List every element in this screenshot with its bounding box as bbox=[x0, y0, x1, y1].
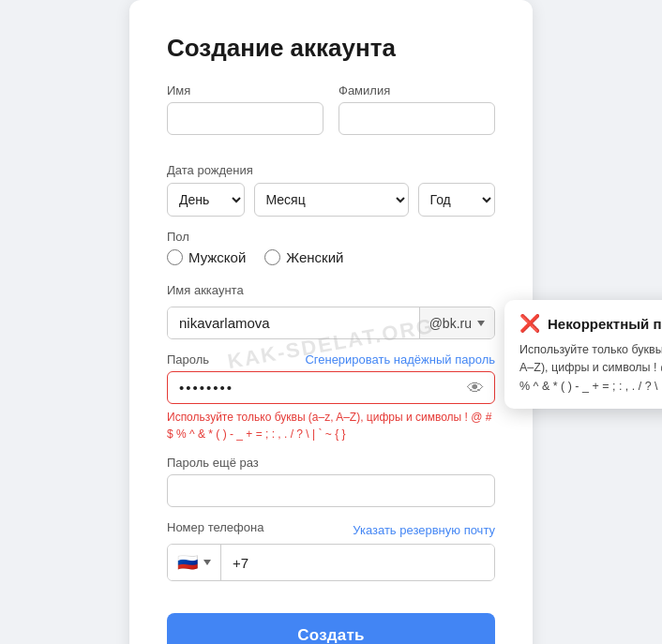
dob-day-group: День bbox=[167, 183, 245, 217]
password-error-tooltip: ❌ Некорректный пароль Используйте только… bbox=[504, 300, 662, 409]
show-password-icon[interactable]: 👁 bbox=[467, 378, 484, 397]
phone-label: Номер телефона bbox=[167, 520, 263, 534]
create-button[interactable]: Создать bbox=[167, 613, 495, 644]
password-group: Пароль Сгенерировать надёжный пароль 👁 И… bbox=[167, 352, 495, 442]
gender-female-label: Женский bbox=[286, 249, 343, 265]
page-title: Создание аккаунта bbox=[167, 34, 495, 63]
last-name-group: Фамилия bbox=[339, 83, 495, 135]
gender-male-radio[interactable] bbox=[167, 249, 183, 265]
username-input[interactable] bbox=[168, 307, 419, 338]
tooltip-body-text: Используйте только буквы (a–z, A–Z), циф… bbox=[519, 341, 662, 396]
dob-month-group: Месяц bbox=[254, 183, 409, 217]
gender-female-radio[interactable] bbox=[264, 249, 280, 265]
first-name-group: Имя bbox=[167, 83, 323, 135]
name-row: Имя Фамилия bbox=[167, 83, 495, 148]
password-row-header: Пароль Сгенерировать надёжный пароль bbox=[167, 352, 495, 367]
gender-radio-group: Мужской Женский bbox=[167, 249, 495, 270]
tooltip-title-text: Некорректный пароль bbox=[548, 316, 662, 332]
backup-email-link[interactable]: Указать резервную почту bbox=[353, 523, 495, 537]
flag-icon: 🇷🇺 bbox=[177, 552, 198, 573]
username-row: @bk.ru bbox=[167, 307, 495, 339]
tooltip-title-row: ❌ Некорректный пароль bbox=[519, 313, 662, 334]
password-error-text: Используйте только буквы (a–z, A–Z), циф… bbox=[167, 409, 495, 442]
password-field-wrapper: 👁 bbox=[167, 371, 495, 404]
first-name-label: Имя bbox=[167, 83, 323, 97]
password-repeat-label: Пароль ещё раз bbox=[167, 456, 495, 470]
last-name-input[interactable] bbox=[339, 102, 495, 135]
dob-year-select[interactable]: Год bbox=[418, 183, 496, 217]
password-label: Пароль bbox=[167, 352, 209, 367]
dob-row: День Месяц Год bbox=[167, 183, 495, 217]
username-group: Имя аккаунта @bk.ru bbox=[167, 283, 495, 339]
gender-male-option[interactable]: Мужской bbox=[167, 249, 246, 265]
error-circle-icon: ❌ bbox=[519, 313, 540, 334]
gender-male-label: Мужской bbox=[188, 249, 246, 265]
dob-month-select[interactable]: Месяц bbox=[254, 183, 409, 217]
dob-year-group: Год bbox=[418, 183, 496, 217]
dob-label-row: Дата рождения bbox=[167, 161, 495, 178]
password-input[interactable] bbox=[167, 371, 495, 404]
gender-label: Пол bbox=[167, 230, 495, 244]
username-domain-text: @bk.ru bbox=[429, 316, 472, 331]
username-domain-selector[interactable]: @bk.ru bbox=[419, 307, 494, 338]
password-repeat-input[interactable] bbox=[167, 474, 495, 507]
phone-input[interactable] bbox=[221, 545, 494, 580]
dob-label: Дата рождения bbox=[167, 163, 253, 177]
phone-row: 🇷🇺 bbox=[167, 544, 495, 581]
signup-card: KAK-SDELAT.ORG Создание аккаунта Имя Фам… bbox=[129, 0, 533, 644]
generate-password-link[interactable]: Сгенерировать надёжный пароль bbox=[305, 352, 495, 367]
password-repeat-group: Пароль ещё раз bbox=[167, 456, 495, 507]
first-name-input[interactable] bbox=[167, 102, 323, 135]
chevron-down-icon bbox=[477, 321, 485, 326]
last-name-label: Фамилия bbox=[339, 83, 495, 97]
phone-section-header: Номер телефона Указать резервную почту bbox=[167, 520, 495, 539]
gender-row: Пол Мужской Женский bbox=[167, 230, 495, 270]
phone-chevron-icon bbox=[203, 560, 211, 565]
phone-group: Номер телефона Указать резервную почту 🇷… bbox=[167, 520, 495, 581]
phone-flag-selector[interactable]: 🇷🇺 bbox=[168, 545, 221, 580]
username-label: Имя аккаунта bbox=[167, 283, 495, 297]
gender-female-option[interactable]: Женский bbox=[264, 249, 343, 265]
dob-day-select[interactable]: День bbox=[167, 183, 245, 217]
